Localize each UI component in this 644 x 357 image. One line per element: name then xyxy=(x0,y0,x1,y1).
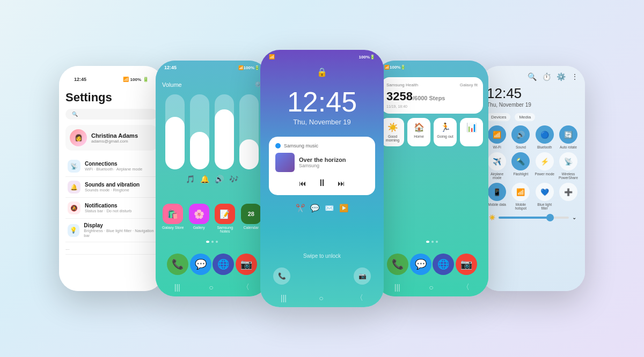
qa-label: Home xyxy=(414,135,424,138)
item-sub: Brightness · Blue light filter · Navigat… xyxy=(84,228,155,238)
item-title: Notifications xyxy=(85,203,131,209)
item-title: Sounds and vibration xyxy=(85,182,140,188)
app-galaxy-store[interactable]: 🛍️ Galaxy Store xyxy=(162,204,184,233)
phone-shortcut[interactable]: 📞 xyxy=(273,267,290,285)
play-pause-button[interactable]: ⏸ xyxy=(317,177,327,189)
quick-actions: ☀️ Good morning 🏠 Home 🏃 Going out 📊 xyxy=(381,118,483,146)
item-sub: Sounds mode · Ringtone xyxy=(85,188,140,192)
powershare-btn: 📡 xyxy=(559,152,577,170)
health-steps: 3258/6000 Steps xyxy=(386,90,478,103)
toggle-label: Wi-Fi xyxy=(493,145,501,149)
settings-item-connections[interactable]: 📡 Connections WiFi · Bluetooth · Airplan… xyxy=(65,156,157,177)
toggle-rotate[interactable]: 🔄 Auto rotate xyxy=(558,125,579,149)
dock-camera[interactable]: 📷 xyxy=(236,254,257,275)
app-calendar[interactable]: 28 Calendar xyxy=(240,204,262,233)
rotate-btn: 🔄 xyxy=(559,125,577,144)
profile-row[interactable]: 👩 Christina Adams adams@gmail.com xyxy=(65,125,157,151)
toggle-bluetooth[interactable]: 🔵 Bluetooth xyxy=(535,125,555,149)
settings-title: Settings xyxy=(65,91,157,105)
dock-messages[interactable]: 💬 xyxy=(410,254,431,275)
settings-item-sounds[interactable]: 🔔 Sounds and vibration Sounds mode · Rin… xyxy=(65,177,157,198)
tab-media[interactable]: Media xyxy=(515,113,535,121)
nav-back: ||| xyxy=(281,294,287,302)
power-btn: ⚡ xyxy=(536,152,554,170)
nav-home: ○ xyxy=(209,283,213,292)
music-app-name: Samsung music xyxy=(284,143,318,148)
brightness-slider[interactable] xyxy=(499,217,569,219)
qa-stats[interactable]: 📊 xyxy=(460,118,483,146)
item-sub: Status bar · Do not disturb xyxy=(85,209,131,213)
nav-recent: 〈 xyxy=(462,282,470,292)
toggle-wifi[interactable]: 📶 Wi-Fi xyxy=(487,125,507,149)
toggle-bluelight[interactable]: 💙 Blue light filter xyxy=(535,183,555,210)
gallery-icon: 🌸 xyxy=(189,204,209,224)
chart-icon: 📊 xyxy=(466,122,477,132)
dock-phone[interactable]: 📞 xyxy=(387,254,408,275)
toggle-powershare[interactable]: 📡 Wireless PowerShare xyxy=(558,152,579,180)
camera-shortcut[interactable]: 📷 xyxy=(354,267,371,285)
phone-quick-panel: 🔍 ⏱️ ⚙️ ⋮ 12:45 Thu, November 19 Devices… xyxy=(480,66,585,291)
wifi-btn: 📶 xyxy=(488,125,506,144)
search-icon[interactable]: 🔍 xyxy=(528,72,537,81)
music-title: Over the horizon xyxy=(299,157,369,163)
home-icon: 🏠 xyxy=(414,122,425,132)
settings-more: ··· xyxy=(65,244,157,255)
sun-icon: ☀️ xyxy=(387,122,398,132)
slider-system[interactable] xyxy=(215,94,234,169)
slider-ringtone[interactable] xyxy=(190,94,209,169)
dock-messages[interactable]: 💬 xyxy=(190,254,211,275)
item-sub: WiFi · Bluetooth · Airplane mode xyxy=(85,167,142,172)
toggle-data[interactable]: 📱 Mobile data xyxy=(487,183,507,210)
lock-screen-content: 🔒 12:45 Thu, November 19 Samsung music O… xyxy=(260,62,384,218)
status-time: 12:45 xyxy=(164,65,177,70)
hotspot-btn: 📶 xyxy=(511,183,530,201)
nav-home: ○ xyxy=(429,283,433,292)
qa-going-out[interactable]: 🏃 Going out xyxy=(434,118,457,146)
dock-browser[interactable]: 🌐 xyxy=(433,254,454,275)
more-icon[interactable]: ⋮ xyxy=(571,72,579,81)
settings-item-display[interactable]: 💡 Display Brightness · Blue light filter… xyxy=(65,219,157,242)
toggle-flashlight[interactable]: 🔦 Flashlight xyxy=(510,152,531,180)
volume-sliders xyxy=(162,94,262,169)
toggle-power[interactable]: ⚡ Power mode xyxy=(535,152,555,180)
next-button[interactable]: ⏭ xyxy=(338,179,345,188)
brightness-icon: ☀️ xyxy=(489,214,495,220)
toggle-label: Auto rotate xyxy=(560,145,577,149)
flashlight-btn: 🔦 xyxy=(511,152,530,170)
app-label: Galaxy Store xyxy=(162,226,184,229)
qa-label: Going out xyxy=(437,135,453,138)
dock-phone[interactable]: 📞 xyxy=(167,254,188,275)
volume-icons: 🎵 🔔 🔊 🎶 xyxy=(162,175,262,183)
toggle-add[interactable]: ➕ xyxy=(558,183,579,210)
qp-date: Thu, November 19 xyxy=(487,102,579,108)
app-gallery[interactable]: 🌸 Gallery xyxy=(188,204,210,233)
page-dots xyxy=(156,241,268,243)
search-bar[interactable]: 🔍 xyxy=(65,109,157,120)
item-title: Display xyxy=(84,222,155,228)
prev-button[interactable]: ⏮ xyxy=(299,179,306,188)
expand-icon[interactable]: ⌄ xyxy=(572,214,576,220)
dock-camera[interactable]: 📷 xyxy=(456,254,477,275)
settings-icon[interactable]: ⚙️ xyxy=(557,72,566,81)
toggle-sound[interactable]: 🔊 Sound xyxy=(510,125,531,149)
dock: 📞 💬 🌐 📷 xyxy=(156,250,268,278)
toggle-label: Airplane mode xyxy=(487,172,507,180)
toggle-grid: 📶 Wi-Fi 🔊 Sound 🔵 Bluetooth 🔄 Auto rotat… xyxy=(487,125,579,210)
slider-notification[interactable] xyxy=(239,94,259,169)
status-bar-lock: 📶 100%🔋 xyxy=(260,50,384,62)
email-icon: ✉️ xyxy=(325,204,334,212)
timer-icon[interactable]: ⏱️ xyxy=(542,72,551,81)
tab-devices[interactable]: Devices xyxy=(487,113,510,121)
nav-recent: 〈 xyxy=(242,282,250,292)
settings-item-notifications[interactable]: 🔕 Notifications Status bar · Do not dist… xyxy=(65,198,157,219)
toggle-hotspot[interactable]: 📶 Mobile hotspot xyxy=(510,183,531,210)
toggle-label: Blue light filter xyxy=(535,203,555,210)
app-label: Calendar xyxy=(244,226,259,229)
app-notes[interactable]: 📝 Samsung Notes xyxy=(214,204,236,233)
qa-home[interactable]: 🏠 Home xyxy=(407,118,430,146)
dock-browser[interactable]: 🌐 xyxy=(213,254,234,275)
toggle-label: Flashlight xyxy=(513,172,528,176)
toggle-airplane[interactable]: ✈️ Airplane mode xyxy=(487,152,507,180)
slider-media[interactable] xyxy=(165,94,185,169)
qa-morning[interactable]: ☀️ Good morning xyxy=(381,118,404,146)
